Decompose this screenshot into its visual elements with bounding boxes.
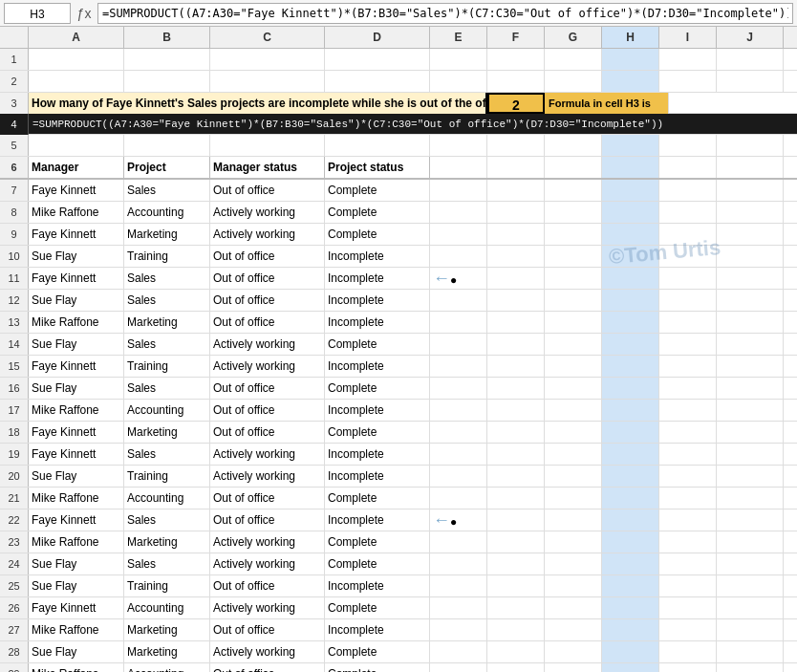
cell-13c[interactable]: Out of office bbox=[210, 312, 325, 333]
cell-17b[interactable]: Accounting bbox=[124, 400, 210, 421]
cell-27i[interactable] bbox=[659, 619, 717, 640]
cell-12g[interactable] bbox=[545, 290, 602, 311]
cell-17c[interactable]: Out of office bbox=[210, 400, 325, 421]
cell-16e[interactable] bbox=[430, 378, 487, 399]
cell-15d[interactable]: Incomplete bbox=[325, 356, 430, 377]
cell-14d[interactable]: Complete bbox=[325, 334, 430, 355]
cell-15i[interactable] bbox=[659, 356, 717, 377]
cell-14g[interactable] bbox=[545, 334, 602, 355]
cell-18f[interactable] bbox=[487, 422, 545, 443]
cell-20f[interactable] bbox=[487, 466, 545, 487]
cell-11f[interactable] bbox=[487, 268, 545, 289]
cell-5h[interactable] bbox=[602, 135, 659, 156]
cell-1g[interactable] bbox=[545, 49, 602, 70]
cell-2b[interactable] bbox=[124, 71, 210, 92]
cell-25g[interactable] bbox=[545, 575, 602, 596]
cell-13a[interactable]: Mike Raffone bbox=[29, 312, 124, 333]
cell-20a[interactable]: Sue Flay bbox=[29, 466, 124, 487]
cell-24b[interactable]: Sales bbox=[124, 553, 210, 574]
cell-21a[interactable]: Mike Raffone bbox=[29, 488, 124, 509]
cell-27f[interactable] bbox=[487, 619, 545, 640]
cell-22g[interactable] bbox=[545, 509, 602, 531]
cell-14f[interactable] bbox=[487, 334, 545, 355]
cell-9f[interactable] bbox=[487, 224, 545, 245]
cell-7b[interactable]: Sales bbox=[124, 180, 210, 201]
cell-16b[interactable]: Sales bbox=[124, 378, 210, 399]
cell-26j[interactable] bbox=[717, 597, 784, 618]
cell-8j[interactable] bbox=[717, 202, 784, 223]
cell-22f[interactable] bbox=[487, 509, 545, 531]
cell-18j[interactable] bbox=[717, 422, 784, 443]
cell-9c[interactable]: Actively working bbox=[210, 224, 325, 245]
cell-23d[interactable]: Complete bbox=[325, 531, 430, 553]
cell-9b[interactable]: Marketing bbox=[124, 224, 210, 245]
cell-19i[interactable] bbox=[659, 444, 717, 465]
cell-8b[interactable]: Accounting bbox=[124, 202, 210, 223]
col-header-a[interactable]: A bbox=[29, 27, 124, 48]
cell-5b[interactable] bbox=[124, 135, 210, 156]
cell-18h[interactable] bbox=[602, 422, 659, 443]
cell-19a[interactable]: Faye Kinnett bbox=[29, 444, 124, 465]
cell-1i[interactable] bbox=[659, 49, 717, 70]
cell-21b[interactable]: Accounting bbox=[124, 488, 210, 509]
cell-28b[interactable]: Marketing bbox=[124, 641, 210, 662]
cell-29j[interactable] bbox=[717, 663, 784, 672]
cell-17j[interactable] bbox=[717, 400, 784, 421]
cell-18g[interactable] bbox=[545, 422, 602, 443]
cell-reference-box[interactable]: H3 bbox=[4, 3, 71, 24]
cell-17h[interactable] bbox=[602, 400, 659, 421]
cell-15g[interactable] bbox=[545, 356, 602, 377]
cell-19c[interactable]: Actively working bbox=[210, 444, 325, 465]
cell-13b[interactable]: Marketing bbox=[124, 312, 210, 333]
cell-13j[interactable] bbox=[717, 312, 784, 333]
cell-17a[interactable]: Mike Raffone bbox=[29, 400, 124, 421]
cell-10b[interactable]: Training bbox=[124, 246, 210, 267]
cell-12d[interactable]: Incomplete bbox=[325, 290, 430, 311]
cell-1a[interactable] bbox=[29, 49, 124, 70]
cell-14c[interactable]: Actively working bbox=[210, 334, 325, 355]
cell-8i[interactable] bbox=[659, 202, 717, 223]
cell-27h[interactable] bbox=[602, 619, 659, 640]
cell-17g[interactable] bbox=[545, 400, 602, 421]
cell-18e[interactable] bbox=[430, 422, 487, 443]
cell-29c[interactable]: Out of office bbox=[210, 663, 325, 672]
cell-18b[interactable]: Marketing bbox=[124, 422, 210, 443]
cell-24f[interactable] bbox=[487, 553, 545, 574]
cell-20b[interactable]: Training bbox=[124, 466, 210, 487]
cell-20c[interactable]: Actively working bbox=[210, 466, 325, 487]
cell-8g[interactable] bbox=[545, 202, 602, 223]
cell-9g[interactable] bbox=[545, 224, 602, 245]
cell-26g[interactable] bbox=[545, 597, 602, 618]
cell-23i[interactable] bbox=[659, 531, 717, 553]
cell-27b[interactable]: Marketing bbox=[124, 619, 210, 640]
cell-21j[interactable] bbox=[717, 488, 784, 509]
cell-10h[interactable] bbox=[602, 246, 659, 267]
cell-29h[interactable] bbox=[602, 663, 659, 672]
cell-19h[interactable] bbox=[602, 444, 659, 465]
col-header-f[interactable]: F bbox=[487, 27, 545, 48]
cell-14a[interactable]: Sue Flay bbox=[29, 334, 124, 355]
question-cell[interactable]: How many of Faye Kinnett's Sales project… bbox=[29, 93, 487, 114]
cell-23e[interactable] bbox=[430, 531, 487, 553]
cell-22a[interactable]: Faye Kinnett bbox=[29, 509, 124, 531]
cell-25i[interactable] bbox=[659, 575, 717, 596]
cell-21e[interactable] bbox=[430, 488, 487, 509]
cell-26h[interactable] bbox=[602, 597, 659, 618]
cell-19j[interactable] bbox=[717, 444, 784, 465]
cell-21d[interactable]: Complete bbox=[325, 488, 430, 509]
cell-17i[interactable] bbox=[659, 400, 717, 421]
cell-25b[interactable]: Training bbox=[124, 575, 210, 596]
cell-10j[interactable] bbox=[717, 246, 784, 267]
cell-25h[interactable] bbox=[602, 575, 659, 596]
cell-11j[interactable] bbox=[717, 268, 784, 289]
formula-label-cell[interactable]: Formula in cell H3 is bbox=[545, 93, 669, 114]
cell-14b[interactable]: Sales bbox=[124, 334, 210, 355]
cell-7j[interactable] bbox=[717, 180, 784, 201]
cell-10i[interactable] bbox=[659, 246, 717, 267]
cell-27c[interactable]: Out of office bbox=[210, 619, 325, 640]
col-header-h[interactable]: H bbox=[602, 27, 659, 48]
cell-27g[interactable] bbox=[545, 619, 602, 640]
cell-10e[interactable] bbox=[430, 246, 487, 267]
cell-1e[interactable] bbox=[430, 49, 487, 70]
cell-22i[interactable] bbox=[659, 509, 717, 531]
